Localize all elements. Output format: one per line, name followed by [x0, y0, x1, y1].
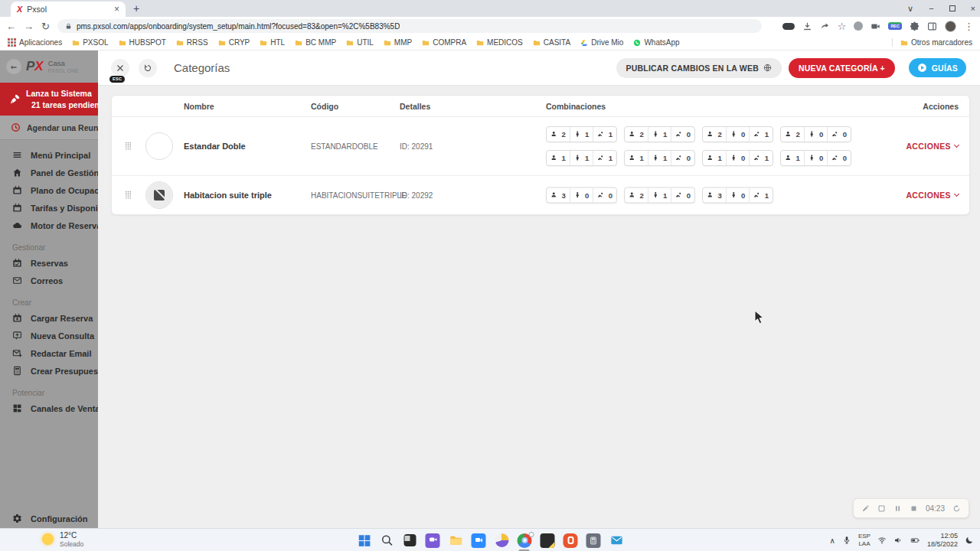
rec-extension-icon[interactable]: REC [888, 22, 902, 30]
video-extension-icon[interactable] [782, 23, 795, 30]
start-button[interactable] [356, 533, 372, 549]
side-panel-icon[interactable] [927, 21, 937, 31]
baby-icon [597, 131, 604, 138]
bookmark-folder[interactable]: UTIL [346, 38, 374, 47]
bookmark-drive[interactable]: Drive Mio [580, 38, 623, 47]
sidebar-item-redactar-email[interactable]: Redactar Email [0, 344, 98, 362]
sidebar-item-nueva-consulta[interactable]: Nueva Consulta [0, 327, 98, 344]
battery-icon[interactable] [910, 536, 920, 545]
guides-button[interactable]: GUÍAS [909, 58, 966, 77]
row-actions-button[interactable]: ACCIONES [906, 142, 959, 151]
mail-app-icon[interactable] [609, 533, 625, 549]
zoom-app-icon[interactable] [471, 533, 487, 549]
browser-tab[interactable]: X Pxsol × [11, 2, 126, 17]
weather-widget[interactable]: 12°C Soleado [42, 531, 83, 548]
search-button[interactable] [379, 533, 395, 549]
window-restore-button[interactable] [949, 5, 956, 11]
forward-button[interactable]: → [24, 21, 34, 31]
new-tab-button[interactable]: + [133, 2, 139, 15]
back-button[interactable]: ← [6, 21, 16, 31]
annotate-pen-icon[interactable] [861, 504, 870, 513]
browser-chrome: X Pxsol × + ∨ − × ← → ↻ pms.pxsol.com/ap… [0, 0, 980, 51]
task-view-button[interactable] [402, 533, 418, 549]
column-header-detalles: Detalles [400, 102, 430, 111]
bookmark-folder[interactable]: MEDICOS [476, 38, 523, 47]
sticky-notes-icon[interactable] [540, 533, 556, 549]
chrome-icon[interactable] [517, 533, 533, 549]
profile-avatar[interactable] [945, 21, 956, 32]
language-indicator[interactable]: ESPLAA [858, 533, 871, 547]
download-icon[interactable] [802, 21, 812, 31]
bookmark-folder[interactable]: COMPRA [422, 38, 466, 47]
sidebar-item-configuracion[interactable]: Configuración [0, 510, 98, 528]
office-app-icon[interactable] [563, 533, 579, 549]
share-icon[interactable] [820, 21, 830, 31]
tab-close-icon[interactable]: × [114, 4, 119, 15]
tab-search-chevron-icon[interactable]: ∨ [907, 4, 913, 14]
drag-handle-icon[interactable] [123, 190, 133, 201]
restart-recording-icon[interactable] [952, 504, 961, 513]
file-explorer-icon[interactable] [448, 533, 464, 549]
publish-changes-button[interactable]: PUBLICAR CAMBIOS EN LA WEB [616, 58, 782, 78]
sidebar-item-panel-gestion[interactable]: Panel de Gestión [0, 164, 98, 181]
calculator-app-icon[interactable] [586, 533, 602, 549]
sidebar-item-menu-principal[interactable]: Menú Principal [0, 146, 98, 164]
row-actions-button[interactable]: ACCIONES [906, 191, 959, 200]
child-icon [730, 131, 737, 138]
extensions-puzzle-icon[interactable] [910, 21, 920, 31]
bookmark-whatsapp[interactable]: WhatsApp [633, 38, 679, 47]
bookmark-folder[interactable]: CRYP [218, 38, 250, 47]
play-circle-icon [917, 63, 927, 73]
folder-icon [384, 39, 391, 47]
launch-system-banner[interactable]: Lanza tu Sistema 21 tareas pendientes [0, 83, 98, 116]
screenshot-extension-icon[interactable] [871, 21, 880, 31]
bookmark-folder[interactable]: MMP [384, 38, 412, 47]
close-panel-button[interactable]: ESC [111, 59, 129, 77]
sidebar-item-cargar-reserva[interactable]: Cargar Reserva [0, 309, 98, 327]
sidebar-item-plano-ocupacion[interactable]: Plano de Ocupación [0, 181, 98, 199]
new-category-button[interactable]: NUEVA CATEGORÍA + [789, 58, 895, 78]
baby-icon [753, 192, 760, 199]
address-bar[interactable]: pms.pxsol.com/apps/onboarding/system_set… [57, 19, 762, 33]
sidebar-item-motor-reservas[interactable]: Motor de Reservas [0, 217, 98, 234]
bookmark-star-icon[interactable]: ☆ [838, 21, 847, 31]
sidebar-item-crear-presupuesto[interactable]: Crear Presupuesto [0, 362, 98, 380]
bookmark-folder[interactable]: HUBSPOT [119, 38, 166, 47]
bookmark-folder[interactable]: RRSS [176, 38, 208, 47]
sidebar-item-agendar-reunion[interactable]: Agendar una Reunión [0, 116, 98, 140]
bookmark-folder[interactable]: BC MMP [295, 38, 336, 47]
clock-widget[interactable]: 12:0518/5/2022 [927, 532, 958, 549]
chrome-notification-badge [529, 532, 534, 537]
bookmark-folder[interactable]: PXSOL [72, 38, 108, 47]
extension-circle-icon[interactable] [854, 21, 863, 31]
bookmark-folder[interactable]: CASITA [533, 38, 570, 47]
focus-assist-moon-icon[interactable] [965, 536, 974, 545]
sidebar-section-potenciar: Potenciar [0, 380, 98, 399]
window-minimize-button[interactable]: − [929, 4, 933, 13]
sidebar-item-correos[interactable]: Correos [0, 272, 98, 289]
wifi-icon[interactable] [877, 536, 887, 545]
notes-icon[interactable] [877, 504, 886, 513]
other-bookmarks[interactable]: Otros marcadores [900, 38, 972, 47]
bookmark-folder[interactable]: HTL [260, 38, 285, 47]
screen-recorder-toolbar: 04:23 [853, 498, 969, 518]
bookmark-apps[interactable]: Aplicaciones [8, 38, 62, 47]
taskbar-overflow-chevron[interactable]: ∧ [830, 536, 835, 545]
pause-icon[interactable] [893, 504, 902, 513]
drag-handle-icon[interactable] [123, 141, 133, 152]
sun-icon [42, 533, 54, 545]
sidebar-item-reservas[interactable]: Reservas [0, 254, 98, 272]
speaker-icon[interactable] [893, 536, 903, 545]
folder-icon [72, 39, 80, 47]
security-app-icon[interactable] [494, 533, 510, 549]
stop-icon[interactable] [910, 504, 918, 513]
browser-menu-icon[interactable]: ⋮ [964, 21, 974, 31]
reload-button[interactable]: ↻ [41, 21, 50, 31]
window-close-button[interactable]: × [971, 4, 975, 13]
microphone-icon[interactable] [842, 536, 851, 545]
chat-app-icon[interactable] [425, 533, 441, 549]
sidebar-item-canales-venta[interactable]: Canales de Venta [0, 399, 98, 417]
refresh-panel-button[interactable] [139, 59, 157, 77]
sidebar-collapse-button[interactable]: ⇐ [6, 59, 21, 74]
sidebar-item-tarifas[interactable]: Tarifas y Disponibilidad [0, 199, 98, 217]
